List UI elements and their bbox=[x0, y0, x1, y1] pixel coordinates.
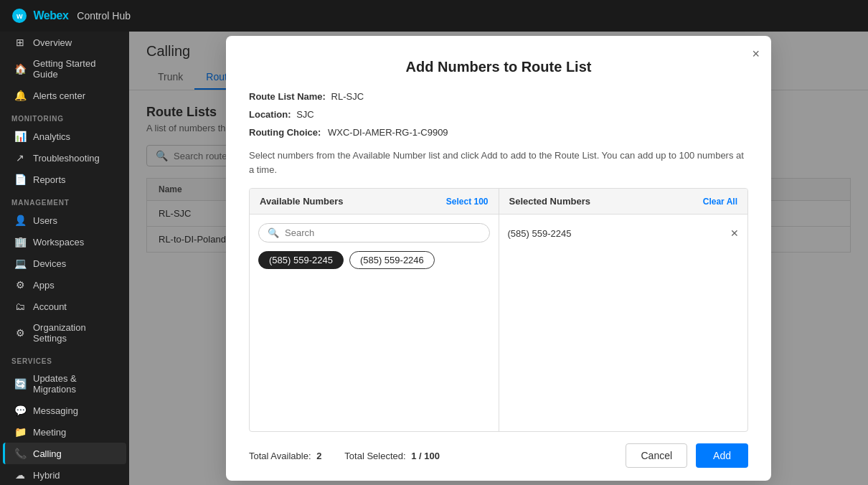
modal-actions: Cancel Add bbox=[626, 443, 748, 468]
sidebar-item-meeting[interactable]: 📁 Meeting bbox=[3, 421, 126, 443]
modal-overlay: × Add Numbers to Route List Route List N… bbox=[129, 32, 868, 485]
app-name: Control Hub bbox=[77, 10, 131, 22]
selected-numbers-col: Selected Numbers Clear All (585) 559-224… bbox=[499, 189, 748, 431]
devices-icon: 💻 bbox=[14, 258, 26, 269]
selected-numbers-body: (585) 559-2245 ✕ bbox=[499, 215, 748, 431]
sidebar-item-org-settings[interactable]: ⚙ Organization Settings bbox=[3, 317, 126, 349]
modal-meta-routing: Routing Choice: WXC-DI-AMER-RG-1-C9909 bbox=[249, 126, 748, 141]
number-chip-1[interactable]: (585) 559-2245 bbox=[258, 251, 344, 269]
sidebar-item-alerts[interactable]: 🔔 Alerts center bbox=[3, 85, 126, 106]
users-icon: 👤 bbox=[14, 215, 26, 226]
sidebar-item-hybrid[interactable]: ☁ Hybrid bbox=[3, 464, 126, 485]
sidebar-item-users[interactable]: 👤 Users bbox=[3, 209, 126, 231]
org-settings-icon: ⚙ bbox=[14, 327, 26, 339]
number-search-input[interactable] bbox=[285, 227, 481, 238]
modal-meta-route-list: Route List Name: RL-SJC bbox=[249, 90, 748, 105]
meeting-icon: 📁 bbox=[14, 426, 26, 438]
sidebar-item-reports[interactable]: 📄 Reports bbox=[3, 169, 126, 190]
services-section-label: SERVICES bbox=[0, 349, 129, 368]
sidebar-item-messaging[interactable]: 💬 Messaging bbox=[3, 400, 126, 421]
messaging-icon: 💬 bbox=[14, 405, 26, 416]
topbar: w Webex Control Hub bbox=[0, 0, 868, 32]
reports-icon: 📄 bbox=[14, 174, 26, 185]
sidebar: ⊞ Overview 🏠 Getting Started Guide 🔔 Ale… bbox=[0, 32, 129, 485]
modal-meta-location: Location: SJC bbox=[249, 108, 748, 123]
select-100-button[interactable]: Select 100 bbox=[446, 197, 489, 207]
modal-description: Select numbers from the Available Number… bbox=[249, 149, 748, 176]
clear-all-button[interactable]: Clear All bbox=[703, 197, 737, 207]
available-numbers-header: Available Numbers Select 100 bbox=[250, 189, 499, 215]
logo: w Webex Control Hub bbox=[11, 8, 131, 24]
webex-logo: w Webex bbox=[11, 8, 68, 24]
sidebar-item-workspaces[interactable]: 🏢 Workspaces bbox=[3, 231, 126, 253]
management-section-label: MANAGEMENT bbox=[0, 190, 129, 209]
cancel-button[interactable]: Cancel bbox=[626, 443, 687, 468]
monitoring-section-label: MONITORING bbox=[0, 106, 129, 126]
number-chip-2[interactable]: (585) 559-2246 bbox=[349, 251, 435, 269]
modal-close-button[interactable]: × bbox=[752, 47, 760, 60]
home-icon: 🏠 bbox=[14, 63, 26, 75]
overview-icon: ⊞ bbox=[14, 37, 26, 48]
calling-icon: 📞 bbox=[14, 448, 26, 459]
remove-number-button[interactable]: ✕ bbox=[730, 227, 739, 239]
total-selected: Total Selected: 1 / 100 bbox=[344, 451, 440, 461]
number-columns: Available Numbers Select 100 🔍 (585) 559… bbox=[249, 188, 748, 432]
account-icon: 🗂 bbox=[14, 301, 26, 312]
available-numbers-body: 🔍 (585) 559-2245 (585) 559-2246 bbox=[250, 215, 499, 431]
number-chips: (585) 559-2245 (585) 559-2246 bbox=[258, 251, 490, 269]
search-icon-small: 🔍 bbox=[268, 227, 279, 238]
sidebar-item-apps[interactable]: ⚙ Apps bbox=[3, 274, 126, 296]
total-available: Total Available: 2 bbox=[249, 451, 321, 461]
svg-text:w: w bbox=[16, 11, 23, 20]
sidebar-item-overview[interactable]: ⊞ Overview bbox=[3, 32, 126, 53]
sidebar-item-troubleshooting[interactable]: ↗ Troubleshooting bbox=[3, 147, 126, 169]
add-button[interactable]: Add bbox=[696, 443, 748, 468]
workspaces-icon: 🏢 bbox=[14, 236, 26, 248]
sidebar-item-updates[interactable]: 🔄 Updates & Migrations bbox=[3, 368, 126, 400]
updates-icon: 🔄 bbox=[14, 378, 26, 390]
sidebar-item-calling[interactable]: 📞 Calling bbox=[3, 443, 126, 464]
sidebar-item-analytics[interactable]: 📊 Analytics bbox=[3, 126, 126, 147]
analytics-icon: 📊 bbox=[14, 131, 26, 142]
available-numbers-col: Available Numbers Select 100 🔍 (585) 559… bbox=[250, 189, 499, 431]
modal-title: Add Numbers to Route List bbox=[249, 59, 748, 75]
bell-icon: 🔔 bbox=[14, 90, 26, 101]
modal-footer: Total Available: 2 Total Selected: 1 / 1… bbox=[249, 443, 748, 468]
hybrid-icon: ☁ bbox=[14, 469, 26, 481]
selected-number-row: (585) 559-2245 ✕ bbox=[508, 223, 740, 243]
content-area: Calling Trunk Route Group Route Lists A … bbox=[129, 32, 868, 485]
apps-icon: ⚙ bbox=[14, 279, 26, 291]
selected-numbers-header: Selected Numbers Clear All bbox=[499, 189, 748, 215]
sidebar-item-getting-started[interactable]: 🏠 Getting Started Guide bbox=[3, 53, 126, 85]
sidebar-item-devices[interactable]: 💻 Devices bbox=[3, 253, 126, 274]
troubleshooting-icon: ↗ bbox=[14, 152, 26, 164]
number-search[interactable]: 🔍 bbox=[258, 223, 490, 242]
sidebar-item-account[interactable]: 🗂 Account bbox=[3, 296, 126, 317]
modal: × Add Numbers to Route List Route List N… bbox=[226, 36, 771, 481]
